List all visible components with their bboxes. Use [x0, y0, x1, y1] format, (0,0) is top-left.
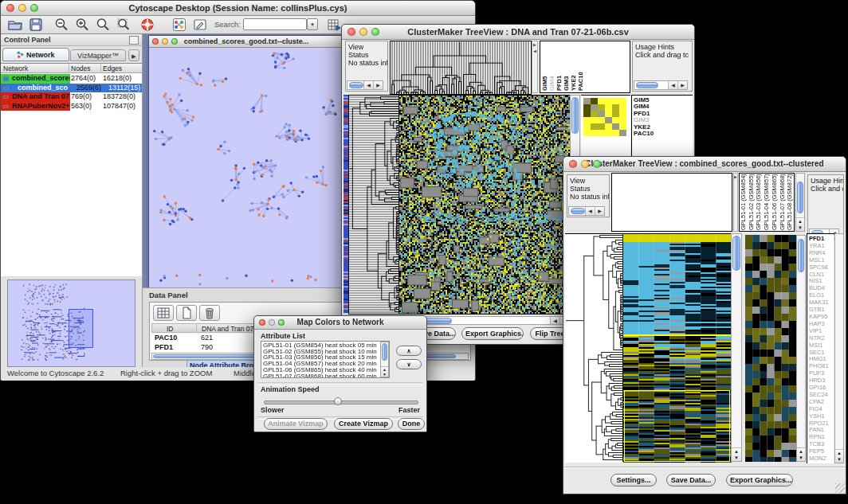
create-vizmap-button[interactable]: Create Vizmap: [334, 418, 393, 430]
matrix-cell[interactable]: [583, 123, 591, 130]
gene-list-vscrollbar[interactable]: ▲▼: [834, 233, 844, 463]
matrix-cell[interactable]: [605, 123, 612, 130]
close-button[interactable]: [6, 4, 14, 12]
done-button[interactable]: Done: [398, 418, 425, 430]
network-edges-count[interactable]: 13112(15): [108, 84, 142, 93]
row-dendrogram[interactable]: [348, 95, 399, 315]
network-canvas[interactable]: [149, 48, 344, 287]
attribute-item[interactable]: GPL51-07 (GSM868) heat shock 60 min: [263, 373, 387, 378]
treeview2-title-bar[interactable]: ClusterMaker TreeView : combined_scores_…: [563, 157, 846, 172]
column-label[interactable]: GPL51-01 (GSM854): [740, 174, 748, 230]
view-status-hscrollbar[interactable]: ◀▶: [568, 206, 605, 216]
help-icon[interactable]: [138, 17, 157, 33]
matrix-cell[interactable]: [591, 130, 598, 136]
column-label[interactable]: GPL51-07 (GSM868): [779, 174, 787, 230]
save-data-button[interactable]: Save Data...: [666, 474, 716, 486]
minimize-button[interactable]: [269, 319, 275, 326]
network-name[interactable]: combined_sco: [11, 84, 76, 93]
matrix-cell[interactable]: [612, 111, 619, 117]
matrix-cell[interactable]: [605, 111, 612, 117]
attribute-listbox[interactable]: GPL51-01 (GSM854) heat shock 05 minGPL51…: [261, 341, 390, 378]
column-labels-vscrollbar[interactable]: ▲▼: [795, 173, 805, 232]
matrix-cell[interactable]: [619, 130, 626, 136]
column-dendrogram[interactable]: [390, 41, 532, 95]
matrix-cell[interactable]: [598, 111, 605, 117]
matrix-cell[interactable]: [619, 111, 626, 117]
move-attribute-down-button[interactable]: ∨: [396, 359, 422, 369]
attribute-select-icon[interactable]: [153, 305, 174, 321]
dialog-title-bar[interactable]: Map Colors to Network: [254, 316, 426, 330]
row-dendrogram[interactable]: [565, 233, 622, 463]
network-nodes-count[interactable]: 563(0): [70, 102, 102, 111]
network-edges-count[interactable]: 107847(0): [102, 102, 142, 111]
resize-grip[interactable]: [835, 483, 845, 493]
minimize-button[interactable]: [18, 4, 26, 12]
column-label[interactable]: PAC10: [577, 43, 584, 91]
column-label[interactable]: GIM4: [548, 43, 556, 91]
matrix-cell[interactable]: [591, 111, 598, 117]
matrix-cell[interactable]: [583, 111, 591, 117]
column-dendrogram-empty[interactable]: [611, 173, 732, 232]
matrix-cell[interactable]: [605, 117, 612, 123]
matrix-cell[interactable]: [583, 98, 591, 104]
matrix-cell[interactable]: [612, 123, 619, 130]
zoom-fit-icon[interactable]: [93, 17, 112, 33]
zoom-button[interactable]: [30, 4, 38, 12]
matrix-cell[interactable]: [605, 104, 612, 111]
column-label[interactable]: GPL51-06 (GSM865): [771, 174, 779, 230]
export-graphics-button[interactable]: Export Graphics...: [726, 474, 793, 486]
matrix-cell[interactable]: [598, 130, 605, 136]
close-button[interactable]: [259, 319, 265, 326]
network-document-icon[interactable]: ▭: [1, 84, 11, 93]
column-label[interactable]: GIM3: [563, 43, 570, 91]
dendrogram-splitter[interactable]: ▶◀: [532, 41, 538, 93]
network-row[interactable]: ▣combined_scores2764(0)16218(0): [1, 74, 142, 84]
matrix-cell[interactable]: [612, 130, 619, 136]
zoom-button[interactable]: [593, 160, 601, 168]
matrix-cell[interactable]: [583, 130, 591, 136]
zoom-button[interactable]: [371, 28, 379, 36]
network-row[interactable]: ▭DNA and Tran 07769(0)183728(0): [1, 92, 142, 102]
zoom-selected-icon[interactable]: [114, 17, 133, 33]
close-button[interactable]: [347, 28, 355, 36]
zoom-heatmap-vscrollbar[interactable]: ▲▼: [796, 235, 806, 462]
network-folder-icon[interactable]: ▣: [1, 74, 11, 84]
network-edges-count[interactable]: 16218(0): [102, 74, 142, 84]
search-input[interactable]: [243, 18, 307, 30]
tab-vizmapper[interactable]: VizMapper™: [70, 49, 126, 61]
network-name[interactable]: DNA and Tran 07: [11, 92, 70, 102]
zoom-in-icon[interactable]: [73, 17, 92, 33]
minimize-button[interactable]: [581, 160, 589, 168]
column-label[interactable]: YKE2: [570, 43, 577, 91]
network-name[interactable]: combined_scores: [11, 74, 70, 84]
network-overview-icon[interactable]: [170, 17, 189, 33]
column-label[interactable]: PFD1: [556, 43, 563, 91]
zoom-button[interactable]: [278, 319, 285, 326]
network-row[interactable]: ▭RNAPuberNov2+563(0)107847(0): [1, 102, 142, 111]
annotation-icon[interactable]: [190, 17, 210, 33]
close-button[interactable]: [152, 38, 159, 45]
matrix-cell[interactable]: [619, 123, 626, 130]
close-button[interactable]: [569, 160, 577, 168]
animate-vizmap-button[interactable]: Animate Vizmap: [264, 418, 328, 430]
tab-network[interactable]: Network: [2, 48, 69, 61]
matrix-cell[interactable]: [619, 104, 626, 111]
matrix-cell[interactable]: [612, 104, 619, 111]
zoom-out-icon[interactable]: [52, 17, 71, 33]
heatmap[interactable]: [398, 95, 571, 315]
matrix-cell[interactable]: [583, 104, 591, 111]
float-panel-icon[interactable]: [129, 36, 139, 45]
matrix-cell[interactable]: [605, 98, 612, 104]
network-name[interactable]: RNAPuberNov2+: [11, 102, 70, 111]
column-label[interactable]: GPL51-08 (GSM872): [786, 174, 794, 230]
slider-thumb[interactable]: [334, 397, 342, 405]
matrix-cell[interactable]: [591, 98, 598, 104]
matrix-cell[interactable]: [598, 123, 605, 130]
matrix-cell[interactable]: [612, 98, 619, 104]
usage-hints-hscrollbar[interactable]: ◀▶: [634, 80, 688, 90]
column-label[interactable]: GPL51-02 (GSM855): [748, 174, 756, 230]
zoom-button[interactable]: [171, 38, 178, 45]
minimize-button[interactable]: [162, 38, 168, 45]
new-attribute-icon[interactable]: [176, 305, 197, 321]
tab-overflow-arrow[interactable]: ▶: [128, 49, 139, 61]
